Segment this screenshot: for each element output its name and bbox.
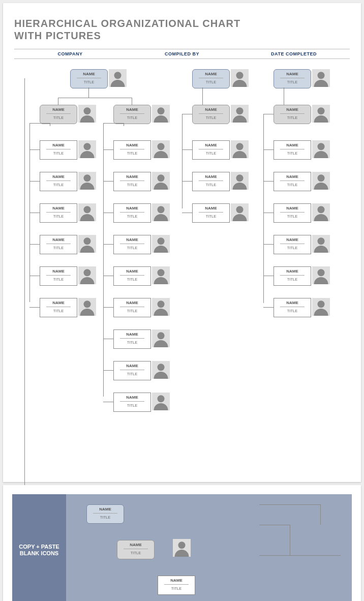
svg-point-45 — [236, 206, 244, 213]
connector — [259, 555, 341, 556]
org-node[interactable]: NAMETITLE — [274, 69, 311, 88]
org-node[interactable]: NAMETITLE — [70, 69, 108, 88]
connector — [263, 276, 274, 276]
palette-page: COPY + PASTE BLANK ICONS NAMETITLENAMETI… — [3, 485, 361, 601]
svg-point-35 — [158, 395, 165, 402]
org-node-name: NAME — [40, 204, 77, 211]
org-node-name: NAME — [274, 70, 311, 76]
org-node[interactable]: NAMETITLE — [274, 105, 311, 124]
title-line-2: WITH PICTURES — [14, 30, 101, 41]
person-icon — [312, 203, 330, 221]
org-node[interactable]: NAMETITLE — [113, 329, 151, 349]
org-node-title: TITLE — [114, 402, 150, 408]
org-node[interactable]: NAMETITLE — [113, 361, 151, 380]
org-node[interactable]: NAMETITLE — [274, 140, 311, 160]
connector — [29, 123, 50, 124]
svg-point-13 — [84, 269, 91, 276]
org-node-name: NAME — [114, 330, 150, 337]
svg-point-51 — [318, 143, 325, 150]
org-node[interactable]: NAMETITLE — [40, 298, 77, 317]
connector — [103, 181, 113, 182]
org-node[interactable]: NAMETITLE — [113, 266, 151, 286]
person-icon — [152, 329, 170, 347]
connector — [263, 213, 274, 213]
org-node[interactable]: NAMETITLE — [274, 298, 311, 317]
connector — [263, 244, 274, 245]
org-node-title: TITLE — [158, 585, 195, 591]
org-node[interactable]: NAMETITLE — [40, 140, 77, 160]
connector — [58, 98, 132, 98]
org-node-title: TITLE — [114, 149, 150, 156]
org-node[interactable]: NAMETITLE — [192, 69, 230, 88]
org-node[interactable]: NAMETITLE — [113, 203, 151, 223]
org-node[interactable]: NAMETITLE — [274, 203, 311, 223]
connector — [263, 114, 274, 114]
connector — [29, 213, 40, 213]
org-node[interactable]: NAMETITLE — [113, 105, 151, 124]
connector — [182, 181, 192, 182]
org-node-title: TITLE — [71, 78, 107, 84]
svg-point-43 — [236, 174, 244, 182]
svg-point-31 — [158, 332, 165, 339]
org-node-name: NAME — [87, 505, 124, 512]
org-node-title: TITLE — [193, 78, 229, 84]
org-node[interactable]: NAMETITLE — [113, 393, 151, 412]
org-node[interactable]: NAMETITLE — [86, 504, 124, 524]
header-compiled: COMPILED BY — [126, 51, 238, 56]
connector — [124, 123, 124, 126]
org-node-name: NAME — [114, 298, 150, 305]
person-icon — [78, 235, 96, 253]
svg-point-41 — [236, 143, 244, 150]
svg-point-3 — [84, 107, 91, 114]
connector — [24, 78, 25, 485]
org-node-title: TITLE — [114, 370, 150, 376]
org-node-name: NAME — [40, 172, 77, 179]
svg-point-57 — [318, 237, 325, 245]
org-node[interactable]: NAMETITLE — [117, 540, 155, 559]
org-node[interactable]: NAMETITLE — [40, 172, 77, 191]
org-node[interactable]: NAMETITLE — [192, 203, 230, 223]
org-node[interactable]: NAMETITLE — [40, 105, 77, 124]
org-node[interactable]: NAMETITLE — [40, 203, 77, 223]
org-node[interactable]: NAMETITLE — [274, 235, 311, 254]
org-node[interactable]: NAMETITLE — [113, 298, 151, 317]
connector — [259, 525, 290, 525]
person-icon — [152, 203, 170, 221]
org-node[interactable]: NAMETITLE — [192, 140, 230, 160]
connector — [290, 525, 290, 555]
org-node-title: TITLE — [274, 78, 311, 84]
org-node-name: NAME — [40, 298, 77, 305]
org-node[interactable]: NAMETITLE — [274, 172, 311, 191]
connector — [202, 87, 203, 105]
org-node[interactable]: NAMETITLE — [113, 235, 151, 254]
connector — [103, 370, 113, 371]
org-node[interactable]: NAMETITLE — [192, 172, 230, 191]
org-node[interactable]: NAMETITLE — [40, 235, 77, 254]
person-icon — [152, 105, 170, 123]
header-company: COMPANY — [14, 51, 126, 56]
person-icon — [152, 298, 170, 316]
connector — [263, 181, 274, 182]
connector — [263, 307, 274, 308]
org-node-title: TITLE — [87, 514, 124, 520]
connector — [103, 276, 113, 276]
org-node[interactable]: NAMETITLE — [113, 140, 151, 160]
connector — [103, 149, 113, 150]
org-node[interactable]: NAMETITLE — [113, 172, 151, 191]
org-node-name: NAME — [193, 204, 229, 211]
org-node[interactable]: NAMETITLE — [192, 105, 230, 124]
org-node-name: NAME — [274, 204, 311, 211]
person-icon — [152, 140, 170, 158]
org-node-title: TITLE — [40, 114, 77, 120]
person-icon — [152, 266, 170, 284]
org-node[interactable]: NAMETITLE — [274, 266, 311, 286]
person-icon — [312, 266, 330, 284]
person-icon — [152, 235, 170, 253]
svg-point-17 — [158, 107, 165, 114]
org-node[interactable]: NAMETITLE — [40, 266, 77, 286]
person-icon — [231, 69, 249, 87]
svg-point-1 — [114, 72, 122, 79]
org-node[interactable]: NAMETITLE — [158, 576, 195, 595]
org-node-title: TITLE — [40, 307, 77, 313]
svg-point-21 — [158, 174, 165, 182]
